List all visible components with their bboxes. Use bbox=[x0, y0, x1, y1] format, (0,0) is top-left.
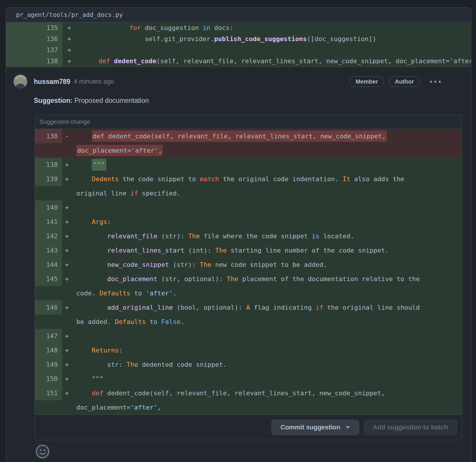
suggested-change-diff: 138- def dedent_code(self, relevant_file… bbox=[35, 129, 462, 415]
code-line: for doc_suggestion in docs: bbox=[83, 22, 471, 33]
suggestion-actions: Commit suggestion Add suggestion to batc… bbox=[35, 415, 462, 440]
suggested-change-header: Suggested change bbox=[35, 115, 462, 129]
code-line: self.git_provider.publish_code_suggestio… bbox=[83, 33, 471, 45]
diff-line: 137+ bbox=[6, 45, 471, 56]
code-line: """ bbox=[76, 158, 462, 172]
diff-line: 138+ def dedent_code(self, relevant_file… bbox=[6, 56, 471, 67]
code-line: new_code_snippet (str): The new code sni… bbox=[76, 258, 462, 272]
code-line: Args: bbox=[76, 215, 462, 229]
diff-marker: - bbox=[62, 129, 76, 143]
code-line: doc_placement (str, optional): The place… bbox=[76, 272, 462, 300]
line-number[interactable]: 150 bbox=[35, 372, 62, 386]
line-number[interactable]: 136 bbox=[6, 33, 63, 45]
diff-marker: + bbox=[62, 372, 76, 386]
diff-line: 149+ str: The dedented code snippet. bbox=[35, 357, 462, 372]
file-path-header[interactable]: pr_agent/tools/pr_add_docs.py bbox=[6, 8, 471, 22]
smiley-icon bbox=[35, 444, 50, 459]
chevron-down-icon bbox=[345, 426, 350, 429]
badge-member: Member bbox=[350, 76, 384, 87]
comment-title-label: Suggestion: bbox=[34, 97, 73, 104]
diff-line: 144+ new_code_snippet (str): The new cod… bbox=[35, 258, 462, 272]
diff-line: 150+ """ bbox=[35, 372, 462, 386]
comment-timestamp[interactable]: 4 minutes ago bbox=[74, 78, 114, 85]
code-line bbox=[76, 329, 462, 343]
diff-marker: + bbox=[62, 258, 76, 272]
diff-line: 145+ doc_placement (str, optional): The … bbox=[35, 272, 462, 300]
commit-suggestion-button[interactable]: Commit suggestion bbox=[272, 420, 359, 435]
diff-context-hunk: 135+ for doc_suggestion in docs:136+ sel… bbox=[6, 22, 471, 67]
review-comment: hussam789 4 minutes ago MemberAuthor Sug… bbox=[6, 67, 471, 459]
line-number[interactable]: 138 bbox=[35, 158, 62, 172]
comment-title: Suggestion: Proposed documentation bbox=[34, 97, 462, 105]
line-number[interactable]: 149 bbox=[35, 357, 62, 372]
review-comment-container: pr_agent/tools/pr_add_docs.py 135+ for d… bbox=[6, 7, 471, 462]
add-suggestion-to-batch-button[interactable]: Add suggestion to batch bbox=[364, 420, 457, 435]
kebab-menu-icon[interactable] bbox=[429, 78, 442, 85]
diff-line: 143+ relevant_lines_start (int): The sta… bbox=[35, 243, 462, 258]
comment-title-text: Proposed documentation bbox=[73, 97, 149, 104]
author-badges: MemberAuthor bbox=[345, 78, 420, 85]
suggested-change-box: Suggested change 138- def dedent_code(se… bbox=[35, 114, 462, 440]
diff-marker: + bbox=[62, 272, 76, 286]
diff-marker: + bbox=[62, 215, 76, 229]
diff-marker: + bbox=[62, 243, 76, 258]
diff-line: 147+ bbox=[35, 329, 462, 343]
diff-marker: + bbox=[63, 22, 83, 33]
diff-marker: + bbox=[63, 56, 83, 67]
code-line: str: The dedented code snippet. bbox=[76, 357, 462, 372]
diff-line: 146+ add_original_line (bool, optional):… bbox=[35, 300, 462, 329]
line-number[interactable]: 137 bbox=[6, 45, 63, 56]
diff-line: 138- def dedent_code(self, relevant_file… bbox=[35, 129, 462, 158]
line-number[interactable]: 144 bbox=[35, 258, 62, 272]
diff-line: 140+ bbox=[35, 200, 462, 215]
code-line: Dedents the code snippet to match the or… bbox=[76, 172, 462, 200]
line-number[interactable]: 143 bbox=[35, 243, 62, 258]
diff-line: 142+ relevant_file (str): The file where… bbox=[35, 229, 462, 243]
line-number[interactable]: 140 bbox=[35, 200, 62, 215]
diff-line: 138+ """ bbox=[35, 158, 462, 172]
line-number[interactable]: 147 bbox=[35, 329, 62, 343]
diff-marker: + bbox=[62, 300, 76, 315]
code-line: """ bbox=[76, 372, 462, 386]
comment-header: hussam789 4 minutes ago MemberAuthor bbox=[13, 75, 462, 89]
diff-marker: + bbox=[62, 386, 76, 400]
line-number[interactable]: 138 bbox=[6, 56, 63, 67]
line-number[interactable]: 135 bbox=[6, 22, 63, 33]
diff-line: 135+ for doc_suggestion in docs: bbox=[6, 22, 471, 33]
diff-marker: + bbox=[62, 229, 76, 243]
line-number[interactable]: 138 bbox=[35, 129, 62, 143]
diff-marker: + bbox=[63, 45, 83, 56]
comment-author[interactable]: hussam789 bbox=[34, 78, 70, 86]
line-number[interactable]: 142 bbox=[35, 229, 62, 243]
line-number[interactable]: 145 bbox=[35, 272, 62, 286]
file-path: pr_agent/tools/pr_add_docs.py bbox=[16, 11, 123, 18]
line-number[interactable]: 148 bbox=[35, 343, 62, 357]
diff-marker: + bbox=[63, 33, 83, 45]
code-line: relevant_lines_start (int): The starting… bbox=[76, 243, 462, 258]
diff-line: 136+ self.git_provider.publish_code_sugg… bbox=[6, 33, 471, 45]
line-number[interactable]: 146 bbox=[35, 300, 62, 315]
line-number[interactable]: 139 bbox=[35, 172, 62, 186]
line-number[interactable]: 141 bbox=[35, 215, 62, 229]
diff-marker: + bbox=[62, 158, 76, 172]
diff-marker: + bbox=[62, 200, 76, 215]
add-reaction-button[interactable] bbox=[35, 444, 50, 459]
user-avatar[interactable] bbox=[13, 75, 27, 89]
code-line: def dedent_code(self, relevant_file, rel… bbox=[83, 56, 471, 67]
diff-marker: + bbox=[62, 172, 76, 186]
diff-line: 141+ Args: bbox=[35, 215, 462, 229]
add-suggestion-to-batch-label: Add suggestion to batch bbox=[373, 424, 448, 431]
commit-suggestion-label: Commit suggestion bbox=[281, 424, 340, 431]
diff-line: 148+ Returns: bbox=[35, 343, 462, 357]
diff-marker: + bbox=[62, 343, 76, 357]
diff-marker: + bbox=[62, 357, 76, 372]
badge-author: Author bbox=[389, 76, 420, 87]
code-line: Returns: bbox=[76, 343, 462, 357]
code-line: relevant_file (str): The file where the … bbox=[76, 229, 462, 243]
code-line: def dedent_code(self, relevant_file, rel… bbox=[76, 129, 462, 158]
line-number[interactable]: 151 bbox=[35, 386, 62, 400]
diff-line: 139+ Dedents the code snippet to match t… bbox=[35, 172, 462, 200]
diff-line: 151+ def dedent_code(self, relevant_file… bbox=[35, 386, 462, 415]
code-line: def dedent_code(self, relevant_file, rel… bbox=[76, 386, 462, 415]
code-line bbox=[83, 45, 471, 56]
